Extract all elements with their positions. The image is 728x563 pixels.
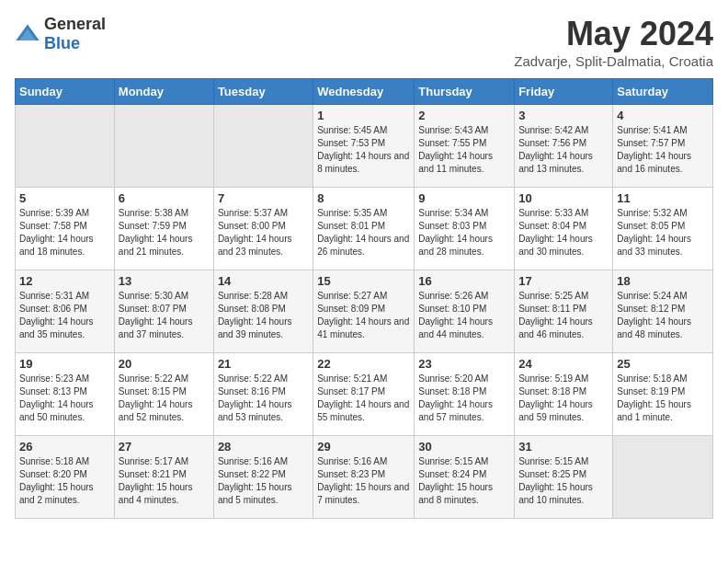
day-info: Sunrise: 5:27 AM Sunset: 8:09 PM Dayligh… [317, 290, 410, 341]
day-cell: 10Sunrise: 5:33 AM Sunset: 8:04 PM Dayli… [515, 188, 613, 270]
day-number: 8 [317, 191, 410, 205]
day-number: 23 [418, 357, 510, 371]
day-cell: 14Sunrise: 5:28 AM Sunset: 8:08 PM Dayli… [213, 270, 313, 353]
day-info: Sunrise: 5:18 AM Sunset: 8:19 PM Dayligh… [617, 373, 709, 424]
day-number: 24 [518, 357, 609, 371]
week-row-4: 19Sunrise: 5:23 AM Sunset: 8:13 PM Dayli… [16, 353, 713, 436]
day-info: Sunrise: 5:33 AM Sunset: 8:04 PM Dayligh… [518, 207, 609, 259]
logo: General Blue [15, 15, 106, 53]
day-cell: 11Sunrise: 5:32 AM Sunset: 8:05 PM Dayli… [613, 188, 713, 270]
day-number: 13 [119, 274, 210, 288]
logo-icon [15, 21, 40, 47]
day-cell: 12Sunrise: 5:31 AM Sunset: 8:06 PM Dayli… [16, 270, 115, 353]
day-cell: 17Sunrise: 5:25 AM Sunset: 8:11 PM Dayli… [515, 270, 613, 353]
day-cell: 6Sunrise: 5:38 AM Sunset: 7:59 PM Daylig… [114, 188, 213, 270]
day-number: 6 [119, 191, 210, 205]
day-info: Sunrise: 5:41 AM Sunset: 7:57 PM Dayligh… [617, 124, 709, 176]
day-cell: 13Sunrise: 5:30 AM Sunset: 8:07 PM Dayli… [114, 270, 213, 353]
day-number: 18 [617, 274, 709, 288]
day-info: Sunrise: 5:37 AM Sunset: 8:00 PM Dayligh… [218, 207, 309, 259]
day-number: 20 [119, 357, 210, 371]
calendar-table: SundayMondayTuesdayWednesdayThursdayFrid… [15, 78, 713, 519]
day-number: 25 [617, 357, 709, 371]
day-info: Sunrise: 5:15 AM Sunset: 8:24 PM Dayligh… [418, 455, 510, 507]
day-cell: 8Sunrise: 5:35 AM Sunset: 8:01 PM Daylig… [313, 188, 415, 270]
day-cell: 27Sunrise: 5:17 AM Sunset: 8:21 PM Dayli… [114, 436, 213, 519]
day-info: Sunrise: 5:22 AM Sunset: 8:16 PM Dayligh… [218, 373, 309, 424]
day-number: 21 [218, 357, 309, 371]
day-info: Sunrise: 5:25 AM Sunset: 8:11 PM Dayligh… [518, 290, 609, 341]
day-info: Sunrise: 5:19 AM Sunset: 8:18 PM Dayligh… [518, 373, 609, 424]
day-number: 30 [418, 440, 510, 454]
day-cell: 19Sunrise: 5:23 AM Sunset: 8:13 PM Dayli… [16, 353, 115, 436]
day-cell: 22Sunrise: 5:21 AM Sunset: 8:17 PM Dayli… [313, 353, 415, 436]
day-info: Sunrise: 5:32 AM Sunset: 8:05 PM Dayligh… [617, 207, 709, 259]
calendar-header-row: SundayMondayTuesdayWednesdayThursdayFrid… [16, 79, 713, 105]
day-info: Sunrise: 5:43 AM Sunset: 7:55 PM Dayligh… [418, 124, 510, 176]
day-cell [213, 105, 313, 188]
day-cell: 24Sunrise: 5:19 AM Sunset: 8:18 PM Dayli… [515, 353, 613, 436]
day-info: Sunrise: 5:22 AM Sunset: 8:15 PM Dayligh… [119, 373, 210, 424]
header-thursday: Thursday [415, 79, 515, 105]
day-cell: 20Sunrise: 5:22 AM Sunset: 8:15 PM Dayli… [114, 353, 213, 436]
day-cell: 16Sunrise: 5:26 AM Sunset: 8:10 PM Dayli… [415, 270, 515, 353]
day-info: Sunrise: 5:20 AM Sunset: 8:18 PM Dayligh… [418, 373, 510, 424]
day-cell: 31Sunrise: 5:15 AM Sunset: 8:25 PM Dayli… [515, 436, 613, 519]
day-number: 16 [418, 274, 510, 288]
day-number: 2 [418, 109, 510, 122]
day-cell: 4Sunrise: 5:41 AM Sunset: 7:57 PM Daylig… [613, 105, 713, 188]
day-info: Sunrise: 5:38 AM Sunset: 7:59 PM Dayligh… [119, 207, 210, 259]
day-cell: 5Sunrise: 5:39 AM Sunset: 7:58 PM Daylig… [16, 188, 115, 270]
header-monday: Monday [114, 79, 213, 105]
day-info: Sunrise: 5:26 AM Sunset: 8:10 PM Dayligh… [418, 290, 510, 341]
day-number: 4 [617, 109, 709, 122]
day-number: 31 [518, 440, 609, 454]
header-wednesday: Wednesday [313, 79, 415, 105]
day-info: Sunrise: 5:17 AM Sunset: 8:21 PM Dayligh… [119, 455, 210, 507]
day-number: 27 [119, 440, 210, 454]
day-info: Sunrise: 5:45 AM Sunset: 7:53 PM Dayligh… [317, 124, 410, 176]
day-cell: 7Sunrise: 5:37 AM Sunset: 8:00 PM Daylig… [213, 188, 313, 270]
day-cell: 3Sunrise: 5:42 AM Sunset: 7:56 PM Daylig… [515, 105, 613, 188]
day-number: 22 [317, 357, 410, 371]
header-saturday: Saturday [613, 79, 713, 105]
day-cell: 23Sunrise: 5:20 AM Sunset: 8:18 PM Dayli… [415, 353, 515, 436]
day-info: Sunrise: 5:21 AM Sunset: 8:17 PM Dayligh… [317, 373, 410, 424]
day-number: 26 [19, 440, 110, 454]
day-number: 7 [218, 191, 309, 205]
week-row-3: 12Sunrise: 5:31 AM Sunset: 8:06 PM Dayli… [16, 270, 713, 353]
day-cell: 21Sunrise: 5:22 AM Sunset: 8:16 PM Dayli… [213, 353, 313, 436]
day-info: Sunrise: 5:34 AM Sunset: 8:03 PM Dayligh… [418, 207, 510, 259]
day-cell: 25Sunrise: 5:18 AM Sunset: 8:19 PM Dayli… [613, 353, 713, 436]
day-info: Sunrise: 5:31 AM Sunset: 8:06 PM Dayligh… [19, 290, 110, 341]
day-number: 17 [518, 274, 609, 288]
day-number: 10 [518, 191, 609, 205]
day-info: Sunrise: 5:39 AM Sunset: 7:58 PM Dayligh… [19, 207, 110, 259]
day-info: Sunrise: 5:28 AM Sunset: 8:08 PM Dayligh… [218, 290, 309, 341]
day-info: Sunrise: 5:35 AM Sunset: 8:01 PM Dayligh… [317, 207, 410, 259]
day-info: Sunrise: 5:15 AM Sunset: 8:25 PM Dayligh… [518, 455, 609, 507]
day-info: Sunrise: 5:16 AM Sunset: 8:23 PM Dayligh… [317, 455, 410, 507]
week-row-2: 5Sunrise: 5:39 AM Sunset: 7:58 PM Daylig… [16, 188, 713, 270]
location-title: Zadvarje, Split-Dalmatia, Croatia [514, 53, 713, 69]
day-cell: 28Sunrise: 5:16 AM Sunset: 8:22 PM Dayli… [213, 436, 313, 519]
day-cell: 9Sunrise: 5:34 AM Sunset: 8:03 PM Daylig… [415, 188, 515, 270]
day-cell: 1Sunrise: 5:45 AM Sunset: 7:53 PM Daylig… [313, 105, 415, 188]
day-number: 9 [418, 191, 510, 205]
day-number: 5 [19, 191, 110, 205]
month-title: May 2024 [514, 15, 713, 53]
day-info: Sunrise: 5:16 AM Sunset: 8:22 PM Dayligh… [218, 455, 309, 507]
header-friday: Friday [515, 79, 613, 105]
logo-text-blue: Blue [44, 34, 80, 52]
day-cell: 29Sunrise: 5:16 AM Sunset: 8:23 PM Dayli… [313, 436, 415, 519]
day-number: 14 [218, 274, 309, 288]
day-info: Sunrise: 5:18 AM Sunset: 8:20 PM Dayligh… [19, 455, 110, 507]
page-header: General Blue May 2024 Zadvarje, Split-Da… [15, 15, 713, 69]
day-cell [16, 105, 115, 188]
day-info: Sunrise: 5:42 AM Sunset: 7:56 PM Dayligh… [518, 124, 609, 176]
title-block: May 2024 Zadvarje, Split-Dalmatia, Croat… [514, 15, 713, 69]
day-number: 11 [617, 191, 709, 205]
day-info: Sunrise: 5:24 AM Sunset: 8:12 PM Dayligh… [617, 290, 709, 341]
week-row-1: 1Sunrise: 5:45 AM Sunset: 7:53 PM Daylig… [16, 105, 713, 188]
day-number: 3 [518, 109, 609, 122]
